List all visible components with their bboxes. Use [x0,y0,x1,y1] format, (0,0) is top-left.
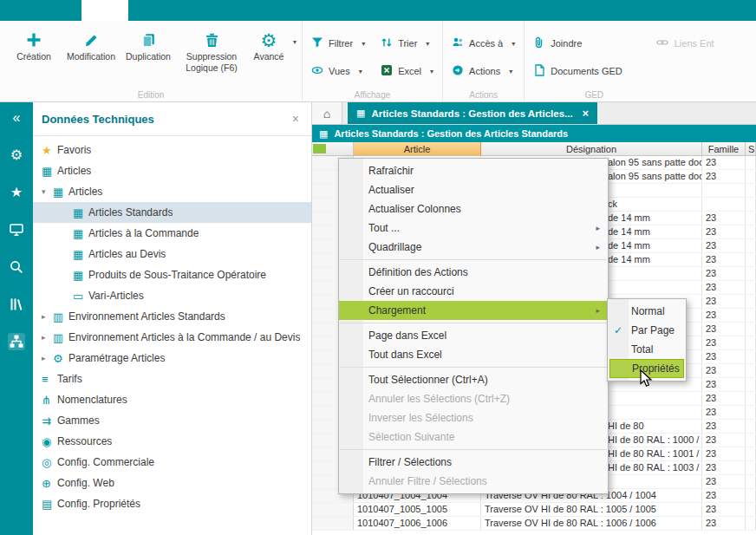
search-module-icon[interactable] [8,258,25,276]
famille-cell[interactable]: 23 [702,295,746,308]
menubar-tab-bureau[interactable] [35,0,81,21]
close-icon[interactable]: × [583,107,590,120]
famille-cell[interactable]: 23 [702,267,746,280]
tree-item-favoris[interactable]: ★ Favoris [33,140,311,160]
famille-cell[interactable]: 23 [702,447,746,460]
tree-item-ressources[interactable]: ◉ Ressources [33,431,311,452]
famille-cell[interactable] [702,198,746,211]
menu-separator[interactable] [340,449,607,450]
famille-cell[interactable]: 23 [702,475,746,488]
menu-item-filtrer-selections[interactable]: Filtrer / Sélections [339,453,608,472]
liens-ent-button[interactable]: Liens Ent [652,31,718,55]
vues-button[interactable]: Vues ▾ [308,59,368,83]
suppression-button[interactable]: Suppression Logique (F6) [177,23,246,73]
tree-item-gammes[interactable]: ⇉ Gammes [33,410,311,431]
collapse-panel-icon[interactable]: « [8,109,25,127]
famille-cell[interactable]: 23 [702,170,746,183]
column-header-article[interactable]: Article [354,142,481,155]
menubar-tab-raccourcis[interactable] [128,0,175,21]
modification-button[interactable]: Modification [62,23,120,62]
famille-cell[interactable]: 23 [702,406,746,419]
joindre-button[interactable]: Joindre [530,31,626,55]
famille-cell[interactable]: 23 [702,489,746,502]
menu-separator[interactable] [340,259,607,260]
technical-data-module-icon[interactable] [8,333,25,350]
famille-cell[interactable]: 23 [702,503,746,516]
famille-cell[interactable]: 23 [702,336,746,349]
column-header-s[interactable]: S [746,142,756,155]
menubar-tab-application[interactable] [81,0,128,21]
trier-button[interactable]: Trier ▾ [377,31,437,55]
tree-item-config-proprietes[interactable]: ▤ Config. Propriétés [33,493,311,514]
menu-item-creer-un-raccourci[interactable]: Créer un raccourci [339,282,608,301]
select-all-corner-cell[interactable] [312,142,354,155]
desktop-module-icon[interactable] [8,221,25,238]
menu-item-chargement[interactable]: Chargement ▸ [339,301,608,320]
famille-cell[interactable]: 23 [702,420,746,433]
famille-cell[interactable]: 23 [702,392,746,405]
tree-item-tarifs[interactable]: ≡ Tarifs [33,369,311,389]
actions-button[interactable]: Actions ▾ [448,59,518,83]
tree-item-nomenclatures[interactable]: ⋔ Nomenclatures [33,389,311,410]
tree-item-config-commerciale[interactable]: ◎ Config. Commerciale [33,452,311,473]
famille-cell[interactable]: 23 [702,212,746,225]
designation-cell[interactable]: Traverse OV HI de 80 RAL : 1006 / 1006 [481,517,702,530]
article-cell[interactable]: 1010407_1006_1006 [354,517,481,530]
tree-item-articles-au-devis[interactable]: ▦ Articles au Devis [33,244,311,264]
menu-item-actualiser[interactable]: Actualiser [339,180,608,199]
menu-item-tout-selectionner[interactable]: Tout Sélectionner (Ctrl+A) [339,370,608,389]
famille-cell[interactable]: 23 [702,156,746,169]
row-header-cell[interactable] [312,517,354,530]
submenu-item-total[interactable]: Total [608,340,686,359]
famille-cell[interactable] [702,184,746,197]
menu-item-rafraichir[interactable]: Rafraîchir [339,161,608,180]
submenu-item-par-page[interactable]: ✓ Par Page [608,321,686,340]
tree-item-articles-a-la-commande[interactable]: ▦ Articles à la Commande [33,223,311,244]
close-icon[interactable]: × [289,112,303,126]
famille-cell[interactable]: 23 [702,239,746,252]
famille-cell[interactable]: 23 [702,253,746,266]
favorites-module-icon[interactable]: ★ [8,184,25,201]
table-row[interactable]: 1010407_1005_1005 Traverse OV HI de 80 R… [312,503,756,517]
excel-button[interactable]: Excel ▾ [377,59,437,83]
tree-item-articles-standards[interactable]: ▦ Articles Standards [33,202,311,223]
home-tab[interactable]: ⌂ [312,102,342,124]
famille-cell[interactable]: 23 [702,378,746,391]
famille-cell[interactable]: 23 [702,517,746,530]
famille-cell[interactable]: 23 [702,350,746,363]
menu-item-definition-des-actions[interactable]: Définition des Actions [339,263,608,282]
tab-articles-standards[interactable]: ▦ Articles Standards : Gestion des Artic… [348,102,597,124]
menu-item-quadrillage[interactable]: Quadrillage ▸ [339,238,608,257]
tree-item-vari-articles[interactable]: ▭ Vari-Articles [33,285,311,306]
table-row[interactable]: 1010407_1006_1006 Traverse OV HI de 80 R… [312,517,756,531]
menu-item-page-dans-excel[interactable]: Page dans Excel [339,326,608,345]
submenu-item-normal[interactable]: Normal [608,302,686,321]
settings-module-icon[interactable]: ⚙ [8,147,25,164]
tree-item-environnement-articles-standards[interactable]: ▸ ▥ Environnement Articles Standards [33,306,311,327]
tree-item-config-web[interactable]: ⊕ Config. Web [33,473,311,493]
creation-button[interactable]: Création [5,23,62,62]
famille-cell[interactable]: 23 [702,281,746,294]
tree-item-produits-sous-traitance[interactable]: ▦ Produits de Sous-Traitance Opératoire [33,264,311,285]
menu-separator[interactable] [340,323,607,323]
avance-button[interactable]: ⚙ Avancé [246,23,291,62]
menu-item-tout[interactable]: Tout ... ▸ [339,219,608,238]
filtrer-button[interactable]: Filtrer ▾ [308,31,368,55]
tree-item-articles[interactable]: ▾ ▦ Articles [33,181,311,202]
menu-item-tout-dans-excel[interactable]: Tout dans Excel [339,345,608,364]
famille-cell[interactable]: 23 [702,323,746,336]
duplication-button[interactable]: Duplication [120,23,177,62]
menu-separator[interactable] [340,367,607,368]
column-header-designation[interactable]: Désignation [481,142,702,155]
tree-item-environnement-articles-commande-devis[interactable]: ▸ ▥ Environnement Articles à la Commande… [33,327,311,348]
menu-item-actualiser-colonnes[interactable]: Actualiser Colonnes [339,199,608,219]
famille-cell[interactable]: 23 [702,309,746,322]
acces-a-button[interactable]: Accès à ▾ [448,31,518,55]
famille-cell[interactable]: 23 [702,364,746,377]
tree-item-articles-group[interactable]: ▦ Articles [33,160,311,181]
documents-ged-button[interactable]: Documents GED [530,59,626,83]
row-header-cell[interactable] [312,503,354,516]
designation-cell[interactable]: Traverse OV HI de 80 RAL : 1005 / 1005 [481,503,702,516]
famille-cell[interactable]: 23 [702,434,746,447]
article-cell[interactable]: 1010407_1005_1005 [354,503,481,516]
